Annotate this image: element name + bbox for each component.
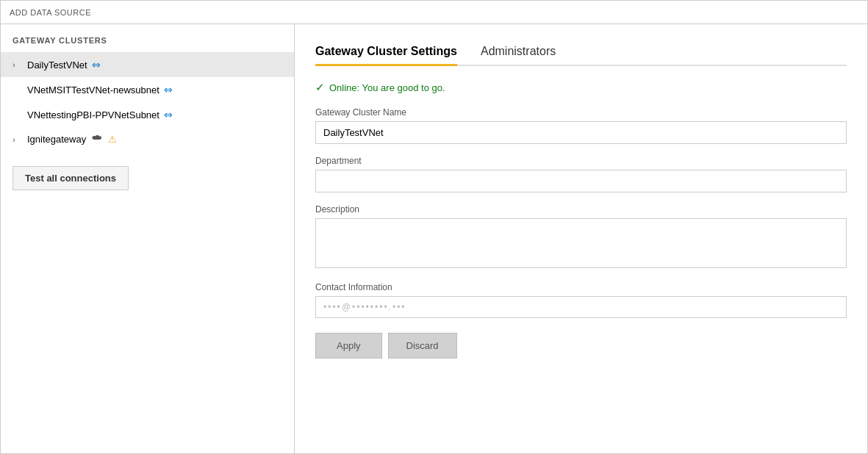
sidebar: GATEWAY CLUSTERS › DailyTestVNet ⇔ VNetM… — [1, 24, 295, 454]
sidebar-item-daily-test-vnet[interactable]: › DailyTestVNet ⇔ — [1, 52, 294, 77]
top-bar: ADD DATA SOURCE — [1, 1, 867, 24]
contact-info-label: Contact Information — [315, 282, 847, 292]
contact-info-input[interactable] — [315, 296, 847, 318]
sidebar-item-vnet-msit[interactable]: VNetMSITTestVNet-newsubnet ⇔ — [1, 77, 294, 102]
arrows-icon: ⇔ — [164, 84, 173, 96]
discard-button[interactable]: Discard — [388, 333, 457, 358]
cluster-name-label: Gateway Cluster Name — [315, 107, 847, 118]
cluster-name: Ignitegateway — [27, 134, 86, 145]
sidebar-section-title: GATEWAY CLUSTERS — [1, 36, 294, 52]
top-bar-label: ADD DATA SOURCE — [10, 8, 91, 17]
action-buttons: Apply Discard — [315, 333, 847, 358]
cluster-name: DailyTestVNet — [27, 60, 87, 71]
cluster-name: VNetMSITTestVNet-newsubnet — [27, 84, 159, 96]
contact-info-group: Contact Information — [315, 282, 847, 318]
description-input[interactable] — [315, 218, 847, 268]
arrows-icon: ⇔ — [92, 59, 101, 71]
department-group: Department — [315, 156, 847, 192]
status-text: Online: You are good to go. — [329, 82, 445, 93]
checkmark-icon: ✓ — [315, 81, 325, 94]
status-line: ✓ Online: You are good to go. — [315, 81, 847, 94]
sidebar-item-ignite-gateway[interactable]: › Ignitegateway ⚠ — [1, 127, 294, 151]
content-panel: Gateway Cluster Settings Administrators … — [295, 24, 867, 454]
tab-gateway-cluster-settings[interactable]: Gateway Cluster Settings — [315, 39, 457, 66]
test-all-connections-button[interactable]: Test all connections — [12, 166, 129, 190]
department-label: Department — [315, 156, 847, 166]
cluster-name-input[interactable] — [315, 121, 847, 144]
warning-icon: ⚠ — [108, 134, 117, 145]
apply-button[interactable]: Apply — [315, 333, 382, 358]
tab-administrators[interactable]: Administrators — [481, 39, 556, 66]
cloud-icon — [90, 134, 102, 145]
chevron-icon: › — [12, 60, 21, 69]
sidebar-item-vnet-testing[interactable]: VNettestingPBI-PPVNetSubnet ⇔ — [1, 102, 294, 127]
arrows-icon: ⇔ — [164, 109, 173, 120]
cluster-name-group: Gateway Cluster Name — [315, 107, 847, 144]
tabs: Gateway Cluster Settings Administrators — [315, 39, 847, 66]
test-all-button-container: Test all connections — [1, 151, 294, 205]
department-input[interactable] — [315, 170, 847, 192]
chevron-icon: › — [12, 135, 21, 144]
description-label: Description — [315, 204, 847, 215]
main-layout: GATEWAY CLUSTERS › DailyTestVNet ⇔ VNetM… — [1, 24, 867, 454]
description-group: Description — [315, 204, 847, 270]
cluster-name: VNettestingPBI-PPVNetSubnet — [27, 109, 159, 120]
